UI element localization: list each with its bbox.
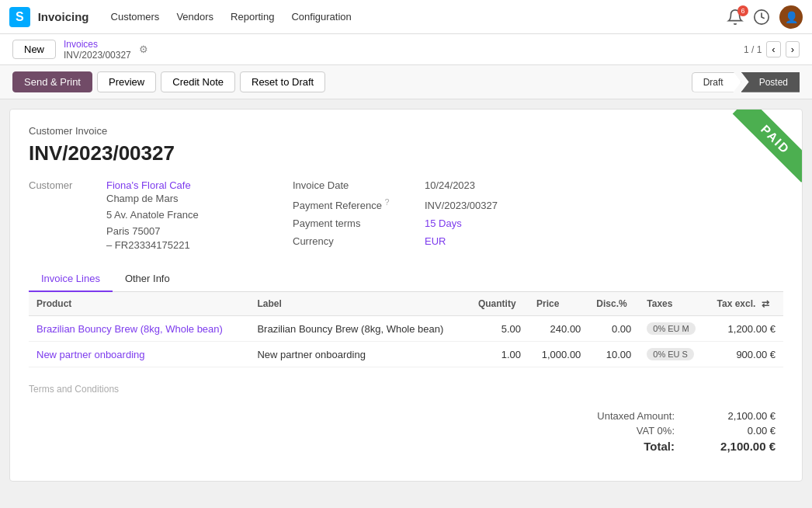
document-number: INV/2023/00327 — [29, 141, 783, 165]
actionbar: New Invoices INV/2023/00327 ⚙ 1 / 1 ‹ › — [0, 34, 812, 65]
meta-currency: Currency EUR — [293, 235, 498, 247]
meta-block: Invoice Date 10/24/2023 Payment Referenc… — [293, 179, 498, 251]
meta-invoice-date: Invoice Date 10/24/2023 — [293, 179, 498, 191]
tab-invoice-lines[interactable]: Invoice Lines — [29, 266, 113, 292]
payment-reference-value: INV/2023/00327 — [425, 200, 498, 211]
totals-grand-row: Total: 2,100.00 € — [566, 440, 776, 453]
col-quantity: Quantity — [470, 292, 529, 316]
table-row: Brazilian Bouncy Brew (8kg, Whole bean) … — [29, 316, 783, 342]
app-logo: S — [9, 7, 30, 27]
untaxed-value: 2,100.00 € — [698, 410, 776, 422]
status-bar: Draft Posted — [692, 72, 800, 92]
col-product: Product — [29, 292, 249, 316]
notification-badge: 6 — [737, 5, 748, 16]
row-quantity: 1.00 — [470, 342, 529, 367]
col-label: Label — [249, 292, 470, 316]
row-label: Brazilian Bouncy Brew (8kg, Whole bean) — [249, 316, 470, 342]
nav-vendors[interactable]: Vendors — [170, 8, 220, 26]
new-button[interactable]: New — [12, 40, 56, 59]
invoice-date-value: 10/24/2023 — [425, 179, 475, 191]
total-value: 2,100.00 € — [698, 440, 776, 453]
tabs: Invoice Lines Other Info — [29, 266, 783, 292]
col-taxes: Taxes — [639, 292, 709, 316]
vat-label: VAT 0%: — [566, 425, 675, 437]
document-type: Customer Invoice — [29, 125, 783, 137]
invoice-table: Product Label Quantity Price Disc.% Taxe… — [29, 292, 783, 367]
row-disc: 10.00 — [588, 342, 639, 367]
terms-label: Terms and Conditions — [29, 384, 119, 395]
user-avatar[interactable]: 👤 — [779, 5, 803, 29]
customer-info: Fiona's Floral Cafe Champ de Mars 5 Av. … — [106, 179, 199, 251]
table-row: New partner onboarding New partner onboa… — [29, 342, 783, 367]
payment-terms-value[interactable]: 15 Days — [425, 217, 462, 229]
nav-customers[interactable]: Customers — [105, 8, 166, 26]
customer-name-link[interactable]: Fiona's Floral Cafe — [106, 179, 199, 191]
totals-untaxed-row: Untaxed Amount: 2,100.00 € — [566, 410, 776, 422]
nav-configuration[interactable]: Configuration — [285, 8, 357, 26]
col-tax-excl: Tax excl. ⇄ — [710, 292, 783, 316]
row-disc: 0.00 — [588, 316, 639, 342]
row-product-link[interactable]: New partner onboarding — [36, 349, 144, 360]
row-price: 240.00 — [529, 316, 588, 342]
col-price: Price — [529, 292, 588, 316]
column-adjust-icon[interactable]: ⇄ — [762, 298, 769, 309]
pagination: 1 / 1 ‹ › — [744, 41, 800, 57]
send-print-button[interactable]: Send & Print — [12, 71, 92, 92]
currency-value[interactable]: EUR — [425, 235, 446, 247]
toolbar: Send & Print Preview Credit Note Reset t… — [0, 65, 812, 99]
untaxed-label: Untaxed Amount: — [566, 410, 675, 422]
status-draft[interactable]: Draft — [692, 72, 741, 92]
customer-section: Customer Fiona's Floral Cafe Champ de Ma… — [29, 179, 783, 251]
row-tax-excl: 1,200.00 € — [710, 316, 783, 342]
row-product-link[interactable]: Brazilian Bouncy Brew (8kg, Whole bean) — [36, 323, 223, 335]
nav-reporting[interactable]: Reporting — [224, 8, 280, 26]
meta-payment-terms: Payment terms 15 Days — [293, 217, 498, 229]
status-posted[interactable]: Posted — [741, 72, 800, 92]
col-disc: Disc.% — [588, 292, 639, 316]
topbar: S Invoicing Customers Vendors Reporting … — [0, 0, 812, 34]
row-label: New partner onboarding — [249, 342, 470, 367]
total-label: Total: — [566, 440, 675, 453]
main-content: PAID Customer Invoice INV/2023/00327 Cus… — [9, 109, 803, 482]
reset-draft-button[interactable]: Reset to Draft — [240, 71, 325, 92]
breadcrumb-parent[interactable]: Invoices — [64, 39, 98, 50]
preview-button[interactable]: Preview — [97, 71, 156, 92]
customer-address-line2: 5 Av. Anatole France — [106, 207, 199, 224]
payment-terms-label: Payment terms — [293, 217, 409, 229]
row-tax: 0% EU M — [639, 316, 709, 342]
table-header-row: Product Label Quantity Price Disc.% Taxe… — [29, 292, 783, 316]
payment-reference-help[interactable]: ? — [385, 197, 390, 207]
payment-reference-label: Payment Reference ? — [293, 197, 409, 211]
pagination-label: 1 / 1 — [744, 44, 762, 55]
settings-icon[interactable]: ⚙ — [139, 43, 148, 55]
row-tax: 0% EU S — [639, 342, 709, 367]
customer-label: Customer — [29, 179, 91, 191]
credit-note-button[interactable]: Credit Note — [161, 71, 235, 92]
invoice-date-label: Invoice Date — [293, 179, 409, 191]
customer-ref: – FR23334175221 — [106, 239, 199, 251]
currency-label: Currency — [293, 235, 409, 247]
row-price: 1,000.00 — [529, 342, 588, 367]
customer-block: Customer Fiona's Floral Cafe Champ de Ma… — [29, 179, 246, 251]
totals-vat-row: VAT 0%: 0.00 € — [566, 425, 776, 437]
terms-section: Terms and Conditions — [29, 383, 783, 395]
row-tax-excl: 900.00 € — [710, 342, 783, 367]
customer-address-line3: Paris 75007 — [106, 224, 199, 240]
app-name: Invoicing — [38, 10, 89, 23]
totals-section: Untaxed Amount: 2,100.00 € VAT 0%: 0.00 … — [29, 410, 783, 453]
top-navigation: Customers Vendors Reporting Configuratio… — [105, 8, 358, 26]
clock-button[interactable] — [753, 9, 770, 26]
meta-payment-reference: Payment Reference ? INV/2023/00327 — [293, 197, 498, 211]
topbar-right: 6 👤 — [727, 5, 803, 29]
pagination-prev[interactable]: ‹ — [766, 41, 780, 57]
vat-value: 0.00 € — [698, 425, 776, 437]
pagination-next[interactable]: › — [786, 41, 800, 57]
notifications-button[interactable]: 6 — [727, 9, 744, 26]
tab-other-info[interactable]: Other Info — [113, 266, 182, 292]
customer-address-line1: Champ de Mars — [106, 191, 199, 207]
breadcrumb: Invoices INV/2023/00327 — [64, 39, 131, 61]
row-quantity: 5.00 — [470, 316, 529, 342]
breadcrumb-current: INV/2023/00327 — [64, 50, 131, 61]
